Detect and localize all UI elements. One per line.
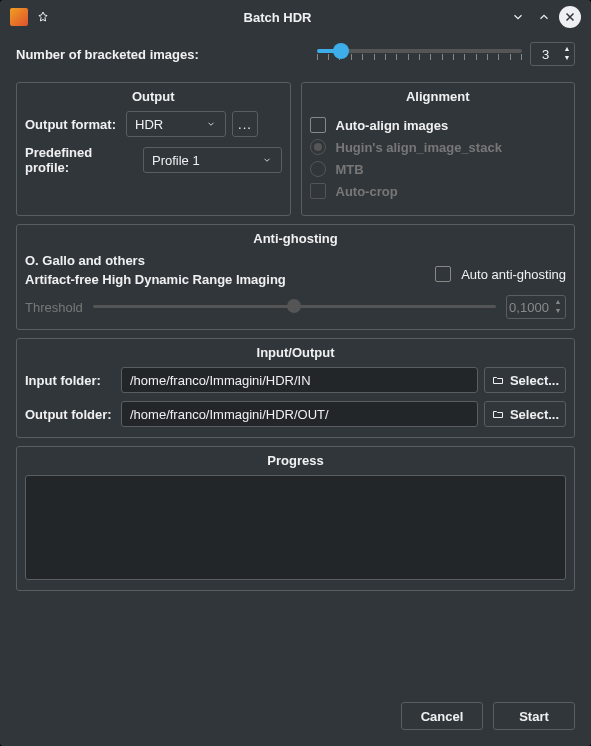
spin-arrows-icon[interactable]: ▲▼ — [560, 45, 574, 63]
cancel-button[interactable]: Cancel — [401, 702, 483, 730]
footer: Cancel Start — [0, 694, 591, 746]
chevron-down-icon — [205, 119, 217, 129]
app-icon — [10, 8, 28, 26]
output-select-button[interactable]: Select... — [484, 401, 566, 427]
bracketed-label: Number of bracketed images: — [16, 47, 199, 62]
profile-combo[interactable]: Profile 1 — [143, 147, 282, 173]
batch-hdr-window: Batch HDR Number of bracketed images: 3 … — [0, 0, 591, 746]
auto-crop-label: Auto-crop — [336, 184, 398, 199]
input-folder-field[interactable]: /home/franco/Immagini/HDR/IN — [121, 367, 478, 393]
output-format-label: Output format: — [25, 117, 120, 132]
minimize-button[interactable] — [507, 6, 529, 28]
auto-antighost-checkbox[interactable] — [435, 266, 451, 282]
auto-align-label: Auto-align images — [336, 118, 449, 133]
output-format-more-button[interactable]: ... — [232, 111, 258, 137]
start-button[interactable]: Start — [493, 702, 575, 730]
antighost-line2: Artifact-free High Dynamic Range Imaging — [25, 272, 286, 287]
io-group: Input/Output Input folder: /home/franco/… — [16, 338, 575, 438]
titlebar: Batch HDR — [0, 0, 591, 34]
auto-antighost-label: Auto anti-ghosting — [461, 267, 566, 282]
threshold-label: Threshold — [25, 300, 83, 315]
output-format-combo[interactable]: HDR — [126, 111, 226, 137]
spin-arrows-icon: ▲▼ — [551, 298, 565, 316]
pin-icon[interactable] — [34, 8, 52, 26]
output-folder-label: Output folder: — [25, 407, 115, 422]
folder-icon — [491, 374, 505, 386]
hugin-radio — [310, 139, 326, 155]
output-folder-field[interactable]: /home/franco/Immagini/HDR/OUT/ — [121, 401, 478, 427]
alignment-group: Alignment Auto-align images Hugin's alig… — [301, 82, 576, 216]
bracketed-slider[interactable] — [317, 46, 522, 62]
antighost-line1: O. Gallo and others — [25, 253, 286, 268]
output-title: Output — [17, 89, 290, 104]
progress-title: Progress — [17, 453, 574, 468]
close-button[interactable] — [559, 6, 581, 28]
mtb-radio — [310, 161, 326, 177]
threshold-spinbox: 0,1000 ▲▼ — [506, 295, 566, 319]
threshold-slider — [93, 299, 496, 315]
bracketed-spinbox[interactable]: 3 ▲▼ — [530, 42, 575, 66]
progress-text — [25, 475, 566, 580]
auto-align-checkbox[interactable] — [310, 117, 326, 133]
antighost-title: Anti-ghosting — [17, 231, 574, 246]
output-group: Output Output format: HDR ... Predefined… — [16, 82, 291, 216]
alignment-title: Alignment — [302, 89, 575, 104]
io-title: Input/Output — [17, 345, 574, 360]
progress-group: Progress — [16, 446, 575, 591]
hugin-label: Hugin's align_image_stack — [336, 140, 502, 155]
antighost-group: Anti-ghosting O. Gallo and others Artifa… — [16, 224, 575, 330]
input-select-button[interactable]: Select... — [484, 367, 566, 393]
auto-crop-checkbox — [310, 183, 326, 199]
bracketed-row: Number of bracketed images: 3 ▲▼ — [16, 42, 575, 66]
maximize-button[interactable] — [533, 6, 555, 28]
mtb-label: MTB — [336, 162, 364, 177]
window-title: Batch HDR — [52, 10, 503, 25]
profile-label: Predefined profile: — [25, 145, 137, 175]
folder-icon — [491, 408, 505, 420]
input-folder-label: Input folder: — [25, 373, 115, 388]
chevron-down-icon — [261, 155, 273, 165]
